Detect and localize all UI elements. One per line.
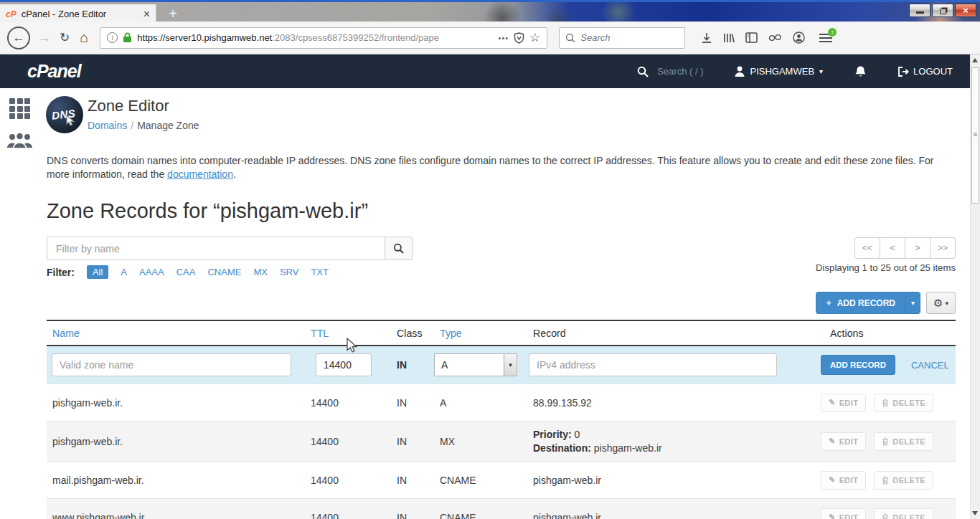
home-button[interactable]: ⌂ [77, 29, 91, 46]
user-menu[interactable]: PISHGAMWEB ▾ [735, 66, 823, 77]
sidebar [0, 88, 39, 519]
filter-caa-link[interactable]: CAA [176, 267, 196, 277]
filter-search-button[interactable] [385, 237, 413, 260]
record-class: IN [391, 512, 434, 519]
screen: cP cPanel - Zone Editor × + × ← → ↻ ⌂ i … [0, 0, 980, 519]
filter-all-chip[interactable]: All [87, 265, 108, 279]
minimize-button[interactable] [909, 4, 930, 17]
column-header-class: Class [391, 328, 434, 339]
url-bar[interactable]: i https://server10.pishgamweb.net:2083/c… [100, 27, 547, 49]
table-row: mail.pishgam-web.ir. 14400 IN CNAME pish… [47, 461, 956, 498]
notifications-bell-icon[interactable] [854, 65, 867, 78]
edit-button[interactable]: ✎EDIT [821, 394, 866, 412]
chevron-down-icon: ▾ [945, 300, 948, 307]
forward-button[interactable]: → [36, 30, 52, 46]
displaying-count: Displaying 1 to 25 out of 25 items [816, 262, 956, 273]
feature-description: DNS converts domain names into computer-… [47, 154, 954, 181]
record-ttl: 14400 [305, 512, 391, 519]
reload-button[interactable]: ↻ [58, 30, 71, 45]
edit-label: EDIT [839, 437, 859, 446]
tab-close-icon[interactable]: × [143, 9, 150, 20]
delete-button[interactable]: DELETE [874, 432, 933, 451]
delete-button[interactable]: DELETE [874, 508, 933, 519]
scrollbar-thumb[interactable] [971, 67, 979, 204]
page-scrollbar[interactable] [970, 54, 980, 519]
logout-button[interactable]: LOGOUT [898, 66, 953, 77]
selected-type: A [435, 359, 504, 371]
cursor-icon [65, 115, 77, 127]
delete-button[interactable]: DELETE [874, 394, 933, 412]
new-record-type-select[interactable]: A ▾ [434, 353, 517, 376]
filter-srv-link[interactable]: SRV [280, 267, 299, 277]
prev-page-button[interactable]: < [880, 237, 905, 259]
back-button[interactable]: ← [7, 27, 30, 49]
close-button[interactable]: × [955, 4, 976, 17]
edit-button[interactable]: ✎EDIT [821, 508, 866, 519]
cancel-link[interactable]: CANCEL [911, 360, 949, 371]
page-actions-icon[interactable]: ••• [499, 34, 509, 42]
column-header-name[interactable]: Name [47, 328, 305, 339]
apps-grid-icon[interactable] [9, 98, 30, 119]
column-header-type[interactable]: Type [434, 328, 527, 339]
record-class: IN [391, 475, 434, 486]
pencil-icon: ✎ [829, 513, 836, 519]
filter-a-link[interactable]: A [121, 267, 127, 277]
close-icon: × [963, 6, 969, 15]
first-page-button[interactable]: << [854, 237, 880, 259]
filter-aaaa-link[interactable]: AAAA [139, 267, 164, 277]
breadcrumb-current: Manage Zone [137, 120, 199, 131]
settings-gear-button[interactable]: ⚙▾ [926, 292, 956, 314]
breadcrumb-domains-link[interactable]: Domains [88, 120, 127, 131]
record-ttl: 14400 [305, 397, 391, 409]
user-icon [735, 66, 745, 77]
delete-button[interactable]: DELETE [874, 471, 933, 490]
filter-mx-link[interactable]: MX [253, 267, 268, 277]
confirm-add-record-button[interactable]: ADD RECORD [821, 355, 895, 375]
add-record-button[interactable]: +ADD RECORD [816, 292, 905, 313]
filter-cname-link[interactable]: CNAME [207, 267, 241, 277]
browser-toolbar: ← → ↻ ⌂ i https://server10.pishgamweb.ne… [0, 22, 980, 54]
home-icon: ⌂ [80, 29, 88, 45]
shield-icon[interactable] [514, 32, 524, 44]
filter-txt-link[interactable]: TXT [311, 267, 329, 277]
url-path: :2083/cpsess6875399252/frontend/pape [272, 32, 439, 43]
cpanel-search[interactable]: Search ( / ) [637, 66, 703, 77]
next-page-button[interactable]: > [905, 237, 930, 259]
new-record-name-input[interactable] [52, 353, 291, 376]
chevron-down-icon: ▾ [911, 299, 915, 307]
pencil-icon: ✎ [829, 475, 836, 485]
extension-icon[interactable] [768, 33, 782, 42]
menu-button[interactable]: ↑ [819, 34, 832, 42]
documentation-link[interactable]: documentation [167, 168, 233, 180]
filter-input[interactable] [47, 237, 385, 260]
site-info-icon[interactable]: i [107, 32, 118, 43]
users-group-icon[interactable] [6, 131, 33, 151]
account-icon[interactable] [793, 32, 805, 44]
add-record-label: ADD RECORD [837, 298, 895, 308]
new-tab-button[interactable]: + [162, 4, 184, 24]
sidebar-toggle-icon[interactable] [745, 32, 758, 43]
downloads-icon[interactable] [701, 32, 712, 44]
record-class: IN [391, 397, 434, 409]
edit-button[interactable]: ✎EDIT [821, 471, 866, 490]
select-dropdown-icon[interactable]: ▾ [504, 354, 517, 376]
browser-search-bar[interactable]: Search [559, 27, 685, 49]
window-controls: × [908, 4, 976, 17]
filter-type-row: Filter: All A AAAA CAA CNAME MX SRV TXT [47, 265, 329, 279]
scroll-up-icon[interactable] [972, 58, 978, 62]
bookmark-star-icon[interactable]: ☆ [529, 30, 540, 45]
record-value: 88.99.135.92 [527, 397, 818, 409]
record-type: CNAME [434, 512, 527, 519]
browser-tab[interactable]: cP cPanel - Zone Editor × [0, 4, 156, 24]
search-placeholder: Search [580, 32, 610, 43]
new-record-value-input[interactable] [529, 353, 777, 376]
add-record-dropdown[interactable]: ▾ [905, 292, 920, 313]
new-record-ttl-input[interactable] [316, 353, 372, 376]
restore-button[interactable] [932, 4, 953, 17]
library-icon[interactable] [723, 32, 735, 44]
last-page-button[interactable]: >> [930, 237, 956, 259]
new-record-class: IN [391, 359, 434, 371]
scroll-down-icon[interactable] [972, 511, 978, 515]
edit-button[interactable]: ✎EDIT [821, 432, 866, 451]
delete-label: DELETE [892, 437, 925, 446]
